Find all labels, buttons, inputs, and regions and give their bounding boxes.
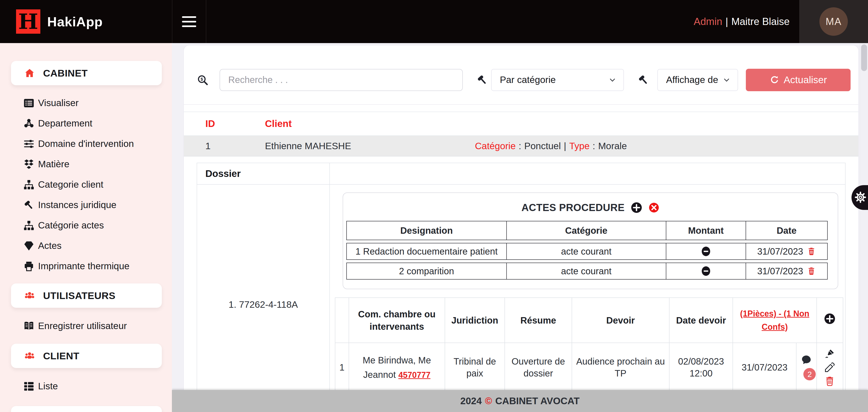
dossier-header-spacer bbox=[329, 163, 845, 185]
phone-link[interactable]: 4570777 bbox=[398, 370, 430, 381]
devoir-intervenants: Me Birindwa, Me Jeannot 4570777 bbox=[349, 343, 445, 392]
printer-icon bbox=[23, 260, 35, 272]
scrollbar-thumb[interactable] bbox=[861, 44, 867, 71]
trash-icon[interactable] bbox=[807, 266, 816, 276]
svg-text:$: $ bbox=[200, 76, 203, 81]
acte-date: 31/07/2023 bbox=[757, 246, 803, 257]
sidebar-item-liste[interactable]: Liste bbox=[0, 376, 172, 397]
sidebar-item-visualiser[interactable]: Visualiser bbox=[0, 93, 172, 113]
dossier-header: Dossier bbox=[197, 163, 329, 185]
sidebar-item-imprimante-thermique[interactable]: Imprimante thermique bbox=[0, 256, 172, 276]
page: H HakiApp Admin | Maitre Blaise MA CABIN… bbox=[0, 0, 868, 412]
topbar: H HakiApp Admin | Maitre Blaise MA bbox=[0, 0, 868, 43]
trash-icon[interactable] bbox=[807, 247, 816, 256]
client-table-header: ID Client bbox=[184, 112, 858, 136]
signature-icon[interactable] bbox=[824, 348, 835, 359]
gavel-icon bbox=[637, 74, 650, 86]
actes-table-header: Designation Catégorie Montant Date bbox=[346, 221, 828, 240]
devoir-juridiction: Tribinal de paix bbox=[445, 343, 505, 392]
search-input[interactable] bbox=[220, 69, 463, 91]
sidebar-item-actes[interactable]: Actes bbox=[0, 235, 172, 256]
hamburger-zone[interactable] bbox=[172, 0, 206, 43]
close-icon[interactable] bbox=[648, 202, 659, 213]
dossier-table: Dossier 1. 77262-4-118A ACTES PROCEDURE bbox=[197, 163, 845, 412]
footer: 2024 © CABINET AVOCAT bbox=[172, 390, 868, 412]
sidebar-section-utilisateurs[interactable]: UTILISATEURS bbox=[11, 283, 162, 308]
sidebar-item-label: Instances juridique bbox=[38, 199, 117, 210]
sliders-icon bbox=[23, 138, 35, 150]
user-info: Admin | Maitre Blaise bbox=[694, 16, 799, 27]
sidebar-item-label: Actes bbox=[38, 241, 62, 251]
toolbar: $ Par catégorie Affichage de bbox=[184, 56, 858, 105]
devoir-row: 1 Me Birindwa, Me Jeannot 4570777 Tribin… bbox=[335, 343, 843, 392]
actes-table: Designation Catégorie Montant Date 1 Red… bbox=[346, 221, 828, 280]
footer-year: 2024 bbox=[460, 395, 482, 407]
users-icon bbox=[24, 351, 35, 361]
client-row[interactable]: 1 Ethienne MAHESHE Catégorie : Ponctuel … bbox=[184, 136, 858, 157]
sidebar-menu: Visualiser Departement Domaine d'interve… bbox=[0, 93, 172, 276]
col-num bbox=[335, 298, 349, 343]
acte-montant bbox=[666, 263, 746, 279]
pencil-icon[interactable] bbox=[824, 362, 835, 373]
sidebar-section-cabinet[interactable]: CABINET bbox=[11, 61, 162, 85]
brand[interactable]: H HakiApp bbox=[0, 9, 172, 34]
separator: | bbox=[564, 141, 566, 152]
hamburger-menu-button[interactable] bbox=[182, 16, 196, 27]
sidebar-item-departement[interactable]: Departement bbox=[0, 113, 172, 134]
gavel-icon bbox=[476, 74, 489, 86]
refresh-button[interactable]: Actualiser bbox=[746, 69, 850, 91]
list-grid-icon bbox=[23, 380, 35, 392]
sidebar: CABINET Visualiser Departement Domaine d… bbox=[0, 43, 172, 412]
sidebar-section-label: CABINET bbox=[43, 68, 88, 79]
sidebar-item-label: Liste bbox=[38, 381, 58, 391]
add-acte-icon[interactable] bbox=[630, 202, 643, 214]
display-filter-value: Affichage de bbox=[666, 74, 718, 85]
copyright-icon: © bbox=[485, 395, 492, 407]
trash-icon[interactable] bbox=[824, 376, 835, 386]
sidebar-item-label: Enregistrer utilisateur bbox=[38, 321, 127, 331]
chevron-down-icon bbox=[721, 75, 732, 85]
col-intervenants: Com. chambre ou intervenants bbox=[349, 298, 445, 343]
gavel-icon bbox=[23, 199, 35, 211]
client-table: ID Client 1 Ethienne MAHESHE Catégorie :… bbox=[184, 112, 858, 157]
minus-circle-icon[interactable] bbox=[701, 246, 711, 257]
category-filter-value: Par catégorie bbox=[500, 74, 556, 85]
category-label: Catégorie bbox=[475, 141, 516, 152]
col-client: Client bbox=[265, 118, 475, 129]
sidebar-item-enregistrer-utilisateur[interactable]: Enregistrer utilisateur bbox=[0, 316, 172, 336]
gear-icon bbox=[854, 191, 867, 204]
devoir-devoir: Audience prochain au TP bbox=[572, 343, 669, 392]
avatar-panel: MA bbox=[799, 0, 868, 43]
acte-row: 2 comparition acte courant 31/07/2023 bbox=[346, 263, 828, 280]
type-label: Type bbox=[569, 141, 590, 152]
actes-procedure-card: ACTES PROCEDURE Designation Catég bbox=[343, 192, 838, 289]
minus-circle-icon[interactable] bbox=[701, 266, 711, 276]
display-filter-select[interactable]: Affichage de bbox=[657, 69, 738, 91]
sidebar-item-matiere[interactable]: Matière bbox=[0, 154, 172, 175]
sidebar-section-client[interactable]: CLIENT bbox=[11, 344, 162, 368]
acte-designation: 2 comparition bbox=[347, 263, 506, 279]
col-designation: Designation bbox=[347, 221, 506, 240]
actes-title: ACTES PROCEDURE bbox=[522, 202, 625, 213]
col-date-devoir: Date devoir bbox=[669, 298, 733, 343]
devoirs-header-row: Com. chambre ou intervenants Juridiction… bbox=[335, 298, 843, 343]
add-devoir-icon[interactable] bbox=[824, 313, 836, 325]
sidebar-item-instances-juridique[interactable]: Instances juridique bbox=[0, 195, 172, 215]
comment-icon[interactable] bbox=[801, 354, 812, 365]
scrollbar-track[interactable] bbox=[860, 43, 868, 412]
gem-icon bbox=[23, 240, 35, 252]
refresh-icon bbox=[770, 75, 779, 85]
devoir-actions bbox=[817, 343, 843, 392]
category-filter-select[interactable]: Par catégorie bbox=[491, 69, 624, 91]
col-devoir: Devoir bbox=[572, 298, 669, 343]
avatar[interactable]: MA bbox=[819, 7, 848, 36]
sidebar-item-categorie-actes[interactable]: Catégorie actes bbox=[0, 215, 172, 235]
pieces-link[interactable]: (1Pièces) - (1 Non Confs) bbox=[740, 309, 809, 331]
sidebar-item-domaine-intervention[interactable]: Domaine d'intervention bbox=[0, 134, 172, 154]
biohazard-icon bbox=[23, 118, 35, 129]
user-role: Admin bbox=[694, 16, 722, 27]
col-juridiction: Juridiction bbox=[445, 298, 505, 343]
col-id: ID bbox=[205, 118, 265, 129]
sidebar-item-categorie-client[interactable]: Categorie client bbox=[0, 175, 172, 195]
sidebar-item-label: Imprimante thermique bbox=[38, 261, 129, 272]
